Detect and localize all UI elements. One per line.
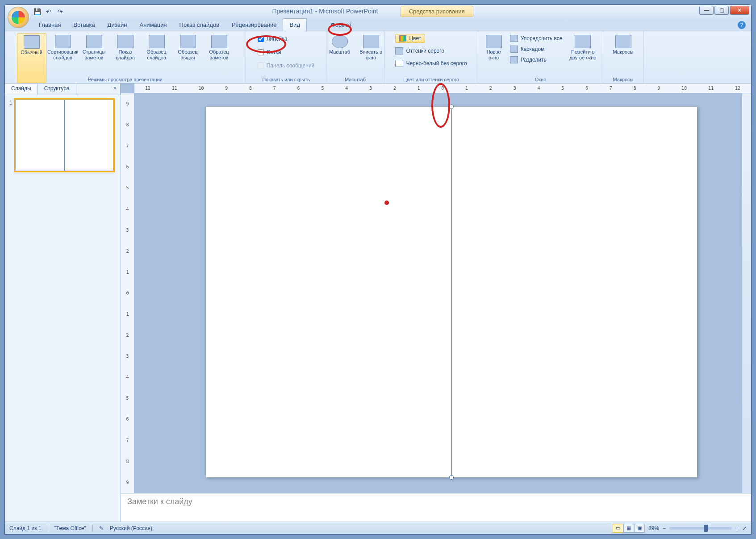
switch-window-icon: [575, 35, 591, 48]
fit-window-button[interactable]: Вписать в окно: [356, 33, 386, 83]
slide-canvas[interactable]: [206, 107, 697, 477]
maximize-button[interactable]: ▢: [714, 6, 729, 15]
minimize-button[interactable]: —: [699, 6, 714, 15]
msgbar-check-icon: [258, 63, 264, 69]
slide-thumbnail[interactable]: 1: [9, 100, 116, 171]
group-label-zoom: Масштаб: [326, 77, 384, 82]
bw-icon: [395, 60, 403, 67]
view-slideshow-button[interactable]: Показ слайдов: [111, 33, 140, 83]
zoom-button[interactable]: Масштаб: [325, 33, 355, 83]
canvas-area[interactable]: [134, 93, 751, 493]
slides-pane: Слайды Структура × 1: [5, 84, 121, 522]
annotation-red-dot: [384, 201, 389, 205]
guide-handle-bottom[interactable]: [449, 475, 454, 480]
tab-slideshow[interactable]: Показ слайдов: [173, 19, 226, 31]
view-slideshow-shortcut[interactable]: ▣: [634, 524, 645, 533]
group-label-macros: Макросы: [603, 77, 643, 82]
group-label-window: Окно: [478, 77, 603, 82]
save-icon[interactable]: 💾: [33, 7, 42, 16]
cascade-button[interactable]: Каскадом: [508, 44, 564, 54]
group-label-colorgray: Цвет или оттенки серого: [384, 77, 478, 82]
grid-check-icon[interactable]: [258, 49, 264, 55]
status-language[interactable]: Русский (Россия): [110, 525, 152, 531]
redo-icon[interactable]: ↷: [56, 7, 65, 16]
arrange-icon: [510, 35, 518, 42]
ribbon-tabs: Главная Вставка Дизайн Анимация Показ сл…: [5, 18, 751, 31]
bw-button[interactable]: Черно-белый без серого: [393, 58, 468, 69]
group-color-grayscale: Цвет Оттенки серого Черно-белый без серо…: [384, 31, 478, 83]
view-sorter-shortcut[interactable]: ▦: [623, 524, 634, 533]
contextual-tab-drawing[interactable]: Средства рисования: [401, 6, 473, 17]
thumb-preview[interactable]: [15, 100, 113, 171]
help-icon[interactable]: ?: [738, 21, 746, 29]
view-slide-master-button[interactable]: Образец слайдов: [142, 33, 171, 83]
new-window-button[interactable]: Новое окно: [481, 33, 506, 83]
macros-icon: [615, 35, 631, 48]
grayscale-button[interactable]: Оттенки серого: [393, 46, 446, 56]
tab-insert[interactable]: Вставка: [67, 19, 101, 31]
zoom-out-button[interactable]: −: [663, 525, 666, 531]
view-normal-shortcut[interactable]: ▭: [613, 524, 623, 533]
zoom-slider-thumb[interactable]: [704, 525, 708, 532]
window-title: Презентация1 - Microsoft PowerPoint: [272, 8, 378, 15]
tab-design[interactable]: Дизайн: [101, 19, 134, 31]
side-close-button[interactable]: ×: [110, 84, 121, 95]
close-button[interactable]: ✕: [730, 6, 749, 15]
side-tab-outline[interactable]: Структура: [38, 84, 76, 95]
tab-review[interactable]: Рецензирование: [226, 19, 283, 31]
guide-handle-top[interactable]: [449, 104, 454, 109]
view-normal-button[interactable]: Обычный: [17, 33, 46, 83]
switch-window-button[interactable]: Перейти в другое окно: [566, 33, 600, 83]
tab-animation[interactable]: Анимация: [134, 19, 173, 31]
office-button[interactable]: [8, 7, 29, 28]
vertical-scrollbar[interactable]: [742, 93, 751, 493]
fit-to-window-button[interactable]: ⤢: [742, 525, 747, 531]
vertical-guide-line[interactable]: [451, 105, 452, 479]
window-controls: — ▢ ✕: [698, 6, 749, 15]
slideshow-icon: [117, 35, 134, 48]
msgbar-checkbox[interactable]: Панель сообщений: [256, 60, 317, 71]
view-handout-master-button[interactable]: Образец выдач: [173, 33, 203, 83]
cascade-icon: [510, 46, 518, 53]
notesmaster-icon: [211, 35, 227, 48]
color-button[interactable]: Цвет: [395, 34, 425, 43]
vertical-ruler[interactable]: 9876543210123456789: [121, 93, 134, 493]
ruler-check-icon[interactable]: [258, 36, 264, 42]
view-shortcut-buttons: ▭ ▦ ▣: [613, 524, 645, 533]
normal-icon: [24, 35, 40, 49]
tab-home[interactable]: Главная: [33, 19, 67, 31]
arrange-all-button[interactable]: Упорядочить все: [508, 33, 564, 44]
zoom-value[interactable]: 89%: [648, 525, 659, 531]
slidemaster-icon: [149, 35, 165, 48]
status-theme: "Тема Office": [54, 525, 86, 531]
zoom-icon: [332, 35, 348, 48]
zoom-slider[interactable]: [669, 527, 732, 530]
sorter-icon: [55, 35, 71, 48]
notes-pane[interactable]: Заметки к слайду: [121, 493, 751, 522]
side-tab-slides[interactable]: Слайды: [5, 84, 38, 95]
horizontal-ruler[interactable]: 1211109876543210123456789101112: [134, 84, 751, 93]
group-show-hide: Линейка Сетка Панель сообщений Показать …: [246, 31, 326, 83]
zoom-in-button[interactable]: +: [735, 525, 739, 531]
spellcheck-icon[interactable]: ✎: [99, 525, 104, 531]
tab-view[interactable]: Вид: [283, 18, 307, 31]
app-window: 💾 ↶ ↷ Презентация1 - Microsoft PowerPoin…: [4, 4, 752, 535]
macros-button[interactable]: Макросы: [609, 33, 638, 83]
view-notes-master-button[interactable]: Образец заметок: [205, 33, 234, 83]
tab-format[interactable]: Формат: [325, 19, 358, 31]
fit-icon: [363, 35, 379, 48]
ribbon: Обычный Сортировщик слайдов Страницы зам…: [5, 31, 751, 84]
group-presentation-views: Обычный Сортировщик слайдов Страницы зам…: [5, 31, 246, 83]
color-swatch-icon: [399, 35, 406, 42]
grayscale-icon: [395, 47, 403, 54]
ruler-checkbox[interactable]: Линейка: [256, 33, 289, 45]
notespage-icon: [86, 35, 102, 48]
undo-icon[interactable]: ↶: [44, 7, 53, 16]
thumbnail-list[interactable]: 1: [5, 95, 121, 522]
split-button[interactable]: Разделить: [508, 54, 564, 65]
grid-checkbox[interactable]: Сетка: [256, 46, 283, 58]
view-notes-button[interactable]: Страницы заметок: [79, 33, 109, 83]
group-window: Новое окно Упорядочить все Каскадом Разд…: [478, 31, 603, 83]
status-slide-indicator: Слайд 1 из 1: [9, 525, 42, 531]
view-sorter-button[interactable]: Сортировщик слайдов: [48, 33, 78, 83]
